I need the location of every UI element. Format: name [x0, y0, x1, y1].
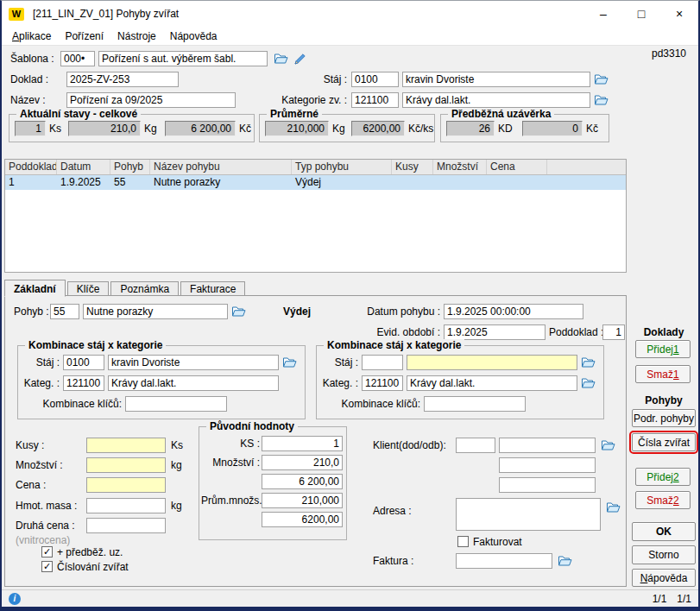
grid-header-row: Poddoklad Datum Pohyb Název pohybu Typ p…	[5, 160, 626, 175]
maximize-button[interactable]: □	[622, 1, 660, 27]
puvodni-cena-field[interactable]: 6 200,00	[262, 474, 343, 489]
faktura-label: Faktura :	[373, 553, 413, 569]
pridej1-button[interactable]: Přidej 1	[635, 340, 691, 358]
poddoklad-field[interactable]: 1	[602, 324, 625, 340]
komb-right-kateg-folder-icon[interactable]	[581, 377, 596, 389]
smaz1-button[interactable]: Smaž 1	[635, 365, 691, 383]
cisla-zvirat-button[interactable]: Čísla zvířat	[632, 433, 696, 451]
storno-button[interactable]: Storno	[632, 545, 696, 564]
puvodni-mnozstvi-label: Množství :	[201, 455, 260, 470]
puvodni-mnozstvi-field[interactable]: 210,0	[262, 455, 343, 470]
title-bar[interactable]: W [211_LIN_ZV_01] Pohyby zvířat – □ ×	[2, 1, 698, 27]
kategorie-name-field[interactable]: Krávy dal.lakt.	[402, 92, 590, 108]
komb-left-kateg-name-field[interactable]: Krávy dal.lakt.	[108, 375, 279, 391]
staj-folder-icon[interactable]	[594, 73, 609, 85]
komb-left-klicu-field[interactable]	[125, 396, 227, 412]
tab-panel-zakladni: Pohyb : 55 Nutne porazky Výdej Datum poh…	[4, 295, 627, 587]
staj-label: Stáj :	[304, 72, 347, 87]
mnozstvi-field[interactable]	[86, 457, 166, 473]
pohyb-name-field[interactable]: Nutne porazky	[83, 304, 228, 319]
tab-poznamka[interactable]: Poznámka	[110, 281, 179, 296]
komb-left-kateg-code-field[interactable]: 121100	[63, 375, 104, 391]
evid-obdobi-field[interactable]: 1.9.2025	[444, 324, 545, 340]
komb-left-staj-code-field[interactable]: 0100	[63, 355, 104, 370]
datum-pohybu-label: Datum pohybu :	[357, 304, 440, 319]
staj-name-field[interactable]: kravin Dvoriste	[402, 72, 590, 87]
komb-right-kateg-name-field[interactable]: Krávy dal.lakt.	[407, 375, 577, 391]
puvodni-prum-cena-field[interactable]: 6200,00	[262, 512, 343, 527]
sablona-edit-icon[interactable]	[294, 53, 309, 65]
pohyby-grid: Poddoklad Datum Pohyb Název pohybu Typ p…	[4, 159, 627, 273]
pridej2-button[interactable]: Přidej 2	[635, 468, 691, 486]
app-window: W [211_LIN_ZV_01] Pohyby zvířat – □ × Ap…	[0, 0, 700, 611]
klient-extra2-field[interactable]	[499, 477, 596, 493]
klient-label: Klient(dod/odb):	[373, 438, 446, 453]
smaz2-button[interactable]: Smaž 2	[635, 491, 691, 509]
klient-code-field[interactable]	[456, 438, 495, 453]
adresa-field[interactable]	[456, 498, 601, 531]
groupbox-aktualni-stavy: Aktuální stavy - celkové 1 Ks 210,0 Kg 6…	[9, 114, 255, 142]
tab-zakladni[interactable]: Základní	[4, 280, 66, 297]
doklad-field[interactable]: 2025-ZV-253	[66, 72, 179, 87]
cena-label: Cena :	[16, 477, 46, 493]
kusy-label: Kusy :	[16, 438, 44, 453]
groupbox-prumerne: Průměrné 210,000 Kg 6200,00 Kč/ks	[259, 114, 435, 142]
komb-right-staj-code-field[interactable]	[362, 355, 403, 370]
menu-item-porizeni[interactable]: Pořízení	[58, 28, 110, 44]
menu-item-aplikace[interactable]: Aplikace	[5, 28, 58, 44]
faktura-folder-icon[interactable]	[558, 555, 572, 567]
evid-obdobi-label: Evid. období :	[357, 324, 440, 340]
pohyby-section-title: Pohyby	[632, 394, 696, 406]
komb-left-staj-folder-icon[interactable]	[282, 356, 297, 368]
tab-fakturace[interactable]: Fakturace	[180, 281, 245, 296]
napoveda-button[interactable]: Nápověda	[632, 569, 696, 587]
cislovani-zvirat-checkbox[interactable]: ✓	[41, 561, 53, 572]
grid-header-poddoklad: Poddoklad	[5, 160, 57, 174]
druha-cena-field[interactable]	[86, 518, 166, 533]
pohyb-folder-icon[interactable]	[231, 306, 246, 318]
sablona-code-field[interactable]: 000•	[60, 51, 95, 66]
komb-left-staj-name-field[interactable]: kravin Dvoriste	[108, 355, 279, 370]
druha-cena-label: Druhá cena :	[16, 518, 75, 533]
datum-pohybu-field[interactable]: 1.9.2025 00:00:00	[444, 304, 583, 319]
puvodni-ks-field[interactable]: 1	[262, 436, 343, 451]
sablona-folder-icon[interactable]	[274, 53, 288, 65]
puvodni-prum-mnozs-field[interactable]: 210,000	[262, 493, 343, 508]
pohyb-code-field[interactable]: 55	[50, 304, 79, 319]
groupbox-kombinace-right: Kombinace stáj x kategorie Stáj : Kateg.…	[316, 345, 604, 419]
klient-folder-icon[interactable]	[601, 439, 615, 451]
klient-extra1-field[interactable]	[499, 457, 596, 473]
faktura-field[interactable]	[456, 553, 552, 569]
menu-item-napoveda[interactable]: Nápověda	[163, 28, 224, 44]
nazev-field[interactable]: Pořízení za 09/2025	[66, 92, 236, 108]
adresa-folder-icon[interactable]	[606, 501, 621, 513]
grid-header-mnozstvi: Množství	[433, 160, 487, 174]
menu-item-nastroje[interactable]: Nástroje	[110, 28, 163, 44]
sablona-name-field[interactable]: Pořízení s aut. výběrem šabl.	[98, 51, 268, 66]
close-button[interactable]: ×	[660, 1, 698, 27]
komb-right-staj-name-field[interactable]	[407, 355, 577, 370]
kategorie-code-field[interactable]: 121100	[351, 92, 399, 108]
fakturovat-label: Fakturovat	[473, 534, 522, 550]
klient-name-field[interactable]	[499, 438, 596, 453]
cena-field[interactable]	[86, 477, 166, 493]
grid-row-selected[interactable]: 1 1.9.2025 55 Nutne porazky Výdej	[5, 175, 626, 190]
komb-right-staj-folder-icon[interactable]	[581, 356, 596, 368]
staj-code-field[interactable]: 0100	[351, 72, 399, 87]
doklad-label: Doklad :	[10, 72, 48, 87]
grid-header-nazev-pohybu: Název pohybu	[150, 160, 292, 174]
predbez-uz-checkbox[interactable]: ✓	[41, 546, 53, 557]
minimize-button[interactable]: –	[584, 1, 622, 27]
kusy-field[interactable]	[86, 438, 166, 453]
fakturovat-checkbox[interactable]	[457, 536, 469, 547]
prumerne-kcks-value: 6200,00	[351, 121, 405, 136]
komb-right-klicu-field[interactable]	[424, 396, 526, 412]
status-bar: i 1/1 1/1	[2, 589, 698, 607]
komb-right-kateg-code-field[interactable]: 121100	[362, 375, 403, 391]
hmot-masa-field[interactable]	[86, 498, 166, 513]
podr-pohyby-button[interactable]: Podr. pohyby	[632, 409, 696, 427]
sablona-label: Šablona :	[10, 51, 54, 66]
tab-klice[interactable]: Klíče	[67, 281, 110, 296]
ok-button[interactable]: OK	[632, 522, 696, 541]
kategorie-folder-icon[interactable]	[594, 94, 609, 106]
